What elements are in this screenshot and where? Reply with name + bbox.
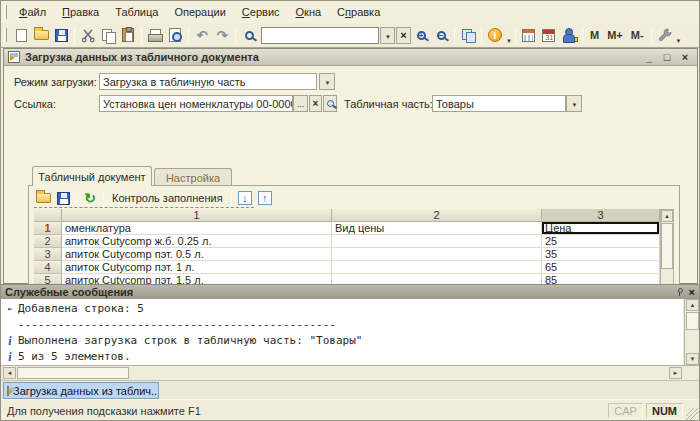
messages-vertical-scrollbar[interactable]: ▲ ▼	[684, 299, 699, 365]
table-part-combobox[interactable]: Товары	[432, 95, 566, 112]
message-info-icon: i	[4, 349, 16, 365]
table-row: 4апиток Cutycomp пэт. 1 л.65	[34, 261, 660, 274]
undo-button[interactable]: ↶	[192, 25, 212, 45]
toolbar-grip[interactable]	[4, 28, 7, 42]
tab-settings[interactable]: Настройка	[154, 168, 232, 186]
memory-plus-button[interactable]: M+	[603, 27, 627, 43]
scrollbar-thumb[interactable]	[661, 223, 673, 269]
import-rows-button[interactable]: ↓	[235, 188, 255, 208]
link-clear-button[interactable]: ×	[309, 95, 322, 112]
horizontal-scrollbar[interactable]: ◄ ►	[1, 365, 699, 380]
scroll-right-button[interactable]: ►	[669, 367, 682, 379]
table-cell[interactable]: 35	[542, 248, 660, 261]
table-cell[interactable]	[332, 248, 542, 261]
tab-spreadsheet-document[interactable]: Табличный документ	[32, 166, 152, 186]
refresh-button[interactable]: ↻	[80, 188, 100, 208]
table-cell[interactable]	[332, 261, 542, 274]
window-tab-load-data[interactable]: Загрузка данных из таблич...	[3, 382, 159, 399]
table-cell[interactable]: 25	[542, 235, 660, 248]
scroll-up-button[interactable]: ▲	[686, 299, 699, 311]
print-button[interactable]	[145, 25, 165, 45]
scroll-up-button[interactable]: ▲	[661, 210, 673, 222]
scrollbar-thumb[interactable]	[686, 312, 699, 330]
open-file-button[interactable]	[33, 188, 53, 208]
column-header[interactable]: 3	[542, 209, 660, 222]
column-header[interactable]: 1	[62, 209, 332, 222]
info-button[interactable]: i	[485, 25, 505, 45]
tools-button[interactable]	[655, 25, 675, 45]
menu-item[interactable]: Правка	[54, 3, 107, 21]
link-open-button[interactable]	[323, 95, 337, 112]
dialog-title-bar[interactable]: Загрузка данных из табличного документа …	[4, 49, 697, 66]
open-button[interactable]	[31, 25, 51, 45]
fill-control-button[interactable]: Контроль заполнения	[107, 190, 228, 206]
menu-item[interactable]: Справка	[329, 3, 388, 21]
column-header[interactable]: 2	[332, 209, 542, 222]
scroll-down-button[interactable]: ▼	[686, 353, 699, 365]
scrollbar-thumb[interactable]	[17, 367, 129, 379]
messages-panel-header[interactable]: Служебные сообщения ×	[1, 284, 699, 299]
link-field[interactable]: Установка цен номенклатуры 00-00000	[99, 95, 293, 112]
print-preview-button[interactable]	[165, 25, 185, 45]
find-button[interactable]	[239, 25, 259, 45]
table-cell[interactable]: Цена	[542, 222, 660, 235]
menu-item[interactable]: Файл	[11, 3, 54, 21]
tools-dropdown-icon[interactable]: ▼	[676, 38, 682, 47]
minimize-button[interactable]: _	[641, 51, 657, 63]
memory-minus-button[interactable]: M-	[627, 27, 648, 43]
save-file-button[interactable]	[53, 188, 73, 208]
row-number[interactable]: 3	[34, 248, 62, 261]
zoom-in-button[interactable]: +	[411, 25, 431, 45]
menu-bar: ФайлПравкаТаблицаОперацииСервисОкнаСправ…	[1, 1, 699, 23]
table-cell[interactable]: апиток Cutycomp ж.б. 0.25 л.	[62, 235, 332, 248]
export-rows-button[interactable]: ↑	[255, 188, 275, 208]
mode-combobox[interactable]: Загрузка в табличную часть	[99, 73, 317, 90]
mode-dropdown-button[interactable]: ▼	[319, 73, 335, 90]
maximize-button[interactable]: □	[659, 51, 675, 63]
messages-close-button[interactable]: ×	[689, 286, 695, 298]
table-cell[interactable]: оменклатура	[62, 222, 332, 235]
table-part-dropdown-button[interactable]: ▼	[566, 95, 582, 112]
copy-button[interactable]	[98, 25, 118, 45]
zoom-out-button[interactable]: −	[431, 25, 451, 45]
search-dropdown-button[interactable]: ▼	[380, 27, 395, 44]
menu-item[interactable]: Операции	[166, 3, 233, 21]
table-cell[interactable]	[332, 235, 542, 248]
scroll-left-button[interactable]: ◄	[3, 367, 16, 379]
documents-button[interactable]	[458, 25, 478, 45]
link-choose-button[interactable]: ...	[293, 95, 308, 112]
user-permissions-button[interactable]	[559, 25, 579, 45]
grid-corner-cell[interactable]	[34, 209, 62, 222]
search-input[interactable]	[261, 27, 379, 44]
dialog-title: Загрузка данных из табличного документа	[25, 51, 639, 63]
menu-item[interactable]: Сервис	[234, 3, 288, 21]
table-cell[interactable]: Вид цены	[332, 222, 542, 235]
row-number[interactable]: 4	[34, 261, 62, 274]
user-lock-icon	[562, 28, 576, 42]
row-number[interactable]: 1	[34, 222, 62, 235]
new-document-button[interactable]	[11, 25, 31, 45]
menu-grip[interactable]	[4, 5, 7, 19]
redo-button[interactable]: ↷	[212, 25, 232, 45]
save-button[interactable]	[51, 25, 71, 45]
info-dropdown-icon[interactable]: ▼	[506, 38, 512, 47]
separator	[582, 27, 583, 44]
cut-button[interactable]	[78, 25, 98, 45]
menu-item[interactable]: Таблица	[107, 3, 166, 21]
search-clear-button[interactable]: ×	[396, 27, 411, 44]
message-arrow-icon: ►	[4, 301, 16, 317]
table-cell[interactable]: апиток Cutycomp пэт. 1 л.	[62, 261, 332, 274]
paste-button[interactable]	[118, 25, 138, 45]
memory-recall-button[interactable]: M	[586, 27, 603, 43]
table-cell[interactable]: 65	[542, 261, 660, 274]
calendar-button[interactable]	[539, 25, 559, 45]
pin-icon[interactable]	[675, 288, 683, 296]
close-button[interactable]: ×	[677, 51, 693, 63]
calculator-button[interactable]	[519, 25, 539, 45]
zoom-out-icon: −	[437, 31, 446, 40]
row-number[interactable]: 2	[34, 235, 62, 248]
table-cell[interactable]: апиток Cutycomp пэт. 0.5 л.	[62, 248, 332, 261]
menu-item[interactable]: Окна	[288, 3, 330, 21]
resize-grip[interactable]	[686, 408, 699, 421]
calculator-icon	[522, 29, 535, 42]
